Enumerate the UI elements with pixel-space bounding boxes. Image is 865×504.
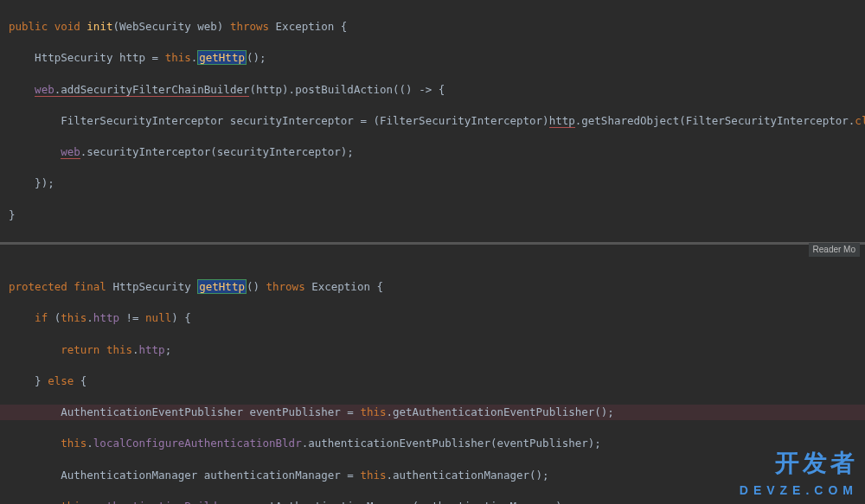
code-line: protected final HttpSecurity getHttp() t…	[9, 279, 865, 295]
underline-web: web.addSecurityFilterChainBuilder	[35, 83, 249, 97]
highlight-getHttp: getHttp	[197, 50, 247, 65]
code-line: this.authenticationBuilder.parentAuthent…	[9, 499, 865, 504]
code-line-highlighted: AuthenticationEventPublisher eventPublis…	[0, 405, 865, 420]
underline-http: http	[549, 114, 575, 128]
code-editor-bottom[interactable]: Reader Mo protected final HttpSecurity g…	[0, 245, 865, 504]
code-line: return this.http;	[9, 342, 865, 358]
reader-mode-badge[interactable]: Reader Mo	[809, 243, 860, 258]
highlight-getHttp: getHttp	[197, 279, 247, 294]
code-line: web.securityInterceptor(securityIntercep…	[9, 144, 865, 160]
code-line: });	[9, 175, 865, 191]
code-line: if (this.http != null) {	[9, 310, 865, 326]
underline-web: web	[61, 145, 80, 159]
code-line: web.addSecurityFilterChainBuilder(http).…	[9, 82, 865, 98]
code-editor-top[interactable]: public void init(WebSecurity web) throws…	[0, 0, 865, 245]
code-line: this.localConfigureAuthenticationBldr.au…	[9, 436, 865, 451]
code-line: AuthenticationManager authenticationMana…	[9, 468, 865, 483]
code-line: } else {	[9, 373, 865, 389]
code-line: HttpSecurity http = this.getHttp();	[9, 50, 865, 66]
code-line: }	[9, 207, 865, 223]
code-line: FilterSecurityInterceptor securityInterc…	[9, 113, 865, 129]
code-line: public void init(WebSecurity web) throws…	[9, 19, 865, 35]
